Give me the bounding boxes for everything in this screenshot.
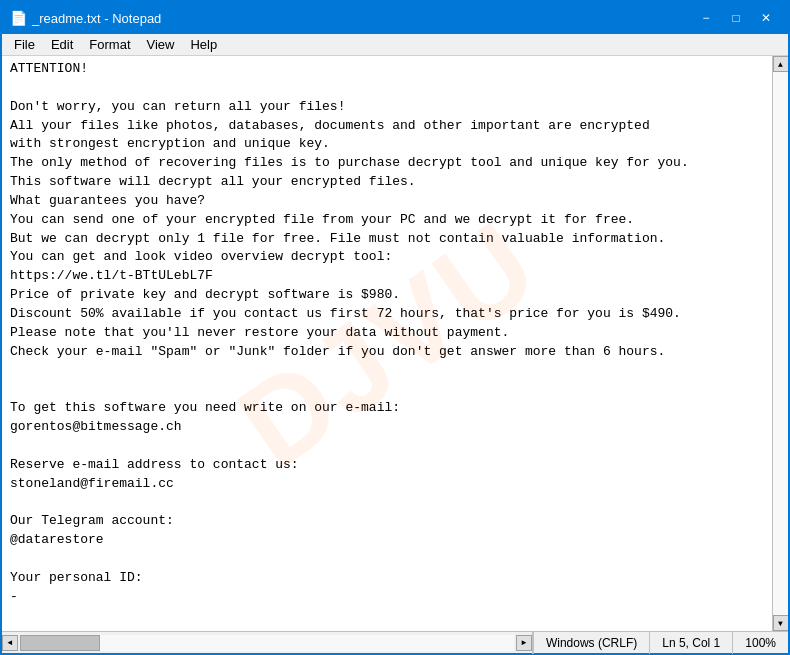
title-bar-left: 📄 _readme.txt - Notepad (10, 10, 161, 26)
menu-format[interactable]: Format (81, 35, 138, 54)
menu-help[interactable]: Help (182, 35, 225, 54)
status-bar: ◄ ► Windows (CRLF) Ln 5, Col 1 100% (2, 631, 788, 653)
editor-area: DJVU ATTENTION! Don't worry, you can ret… (2, 56, 788, 631)
scroll-down-button[interactable]: ▼ (773, 615, 789, 631)
scroll-left-button[interactable]: ◄ (2, 635, 18, 651)
notepad-window: 📄 _readme.txt - Notepad − □ ✕ File Edit … (0, 0, 790, 655)
vertical-scrollbar[interactable]: ▲ ▼ (772, 56, 788, 631)
text-content[interactable]: ATTENTION! Don't worry, you can return a… (10, 60, 764, 606)
menu-edit[interactable]: Edit (43, 35, 81, 54)
zoom-panel: 100% (732, 632, 788, 654)
close-button[interactable]: ✕ (752, 8, 780, 28)
encoding-panel: Windows (CRLF) (533, 632, 649, 654)
scroll-track-h[interactable] (20, 635, 514, 651)
horizontal-scrollbar[interactable]: ◄ ► (2, 632, 533, 654)
window-title: _readme.txt - Notepad (32, 11, 161, 26)
minimize-button[interactable]: − (692, 8, 720, 28)
status-panels: Windows (CRLF) Ln 5, Col 1 100% (533, 632, 788, 654)
position-panel: Ln 5, Col 1 (649, 632, 732, 654)
title-bar-controls: − □ ✕ (692, 8, 780, 28)
scroll-thumb-h[interactable] (20, 635, 100, 651)
menu-bar: File Edit Format View Help (2, 34, 788, 56)
scroll-right-button[interactable]: ► (516, 635, 532, 651)
notepad-icon: 📄 (10, 10, 26, 26)
maximize-button[interactable]: □ (722, 8, 750, 28)
text-editor[interactable]: DJVU ATTENTION! Don't worry, you can ret… (2, 56, 772, 631)
scroll-track-v[interactable] (773, 72, 788, 615)
menu-file[interactable]: File (6, 35, 43, 54)
scroll-up-button[interactable]: ▲ (773, 56, 789, 72)
menu-view[interactable]: View (139, 35, 183, 54)
title-bar: 📄 _readme.txt - Notepad − □ ✕ (2, 2, 788, 34)
